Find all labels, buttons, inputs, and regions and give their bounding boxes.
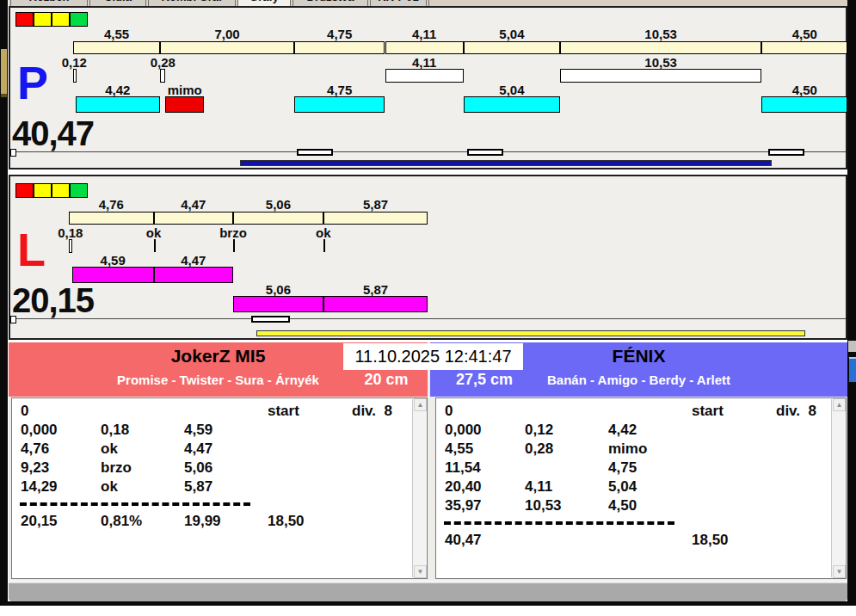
dog-run-bar <box>76 96 160 113</box>
run-time-label: 5,06 <box>239 283 317 296</box>
split-time-label: 4,55 <box>78 28 156 40</box>
result-cell: mimo <box>608 441 647 456</box>
app-window: RozběhČidlaKombi GrafGrafyDružstvaKK 7 0… <box>0 0 856 616</box>
split-segment-bar <box>73 41 160 54</box>
result-cell: 5,06 <box>184 460 212 475</box>
status-light <box>15 183 34 198</box>
desktop-sliver <box>848 341 856 352</box>
result-cell: 35,97 <box>445 498 482 513</box>
timeline-scrollbar-track[interactable] <box>10 318 846 319</box>
result-cell: 4,75 <box>608 460 637 475</box>
split-time-label: 4,75 <box>301 28 379 40</box>
lane-panel-L: 4,764,475,065,870,18okbrzook4,594,475,06… <box>9 175 847 340</box>
result-cell: 5,87 <box>184 479 212 494</box>
result-cell: 11,54 <box>445 460 481 475</box>
result-cell: 0,18 <box>101 422 129 437</box>
results-table-left: ▲ ▼ 0startdiv. 80,0000,184,594,76ok4,479… <box>11 397 428 579</box>
table-scrollbar[interactable] <box>831 399 845 577</box>
run-time-label: 4,59 <box>74 254 151 267</box>
split-segment-bar <box>233 212 323 225</box>
total-cell: 40,47 <box>445 533 482 547</box>
timeline-scrollbar-handle[interactable] <box>297 149 333 156</box>
result-cell: 4,11 <box>525 479 552 494</box>
titlebar-remainder <box>430 0 847 6</box>
scroll-down-icon[interactable]: ▼ <box>414 565 427 578</box>
left-edge-accent <box>1 49 7 97</box>
result-cell: 9,23 <box>21 460 49 475</box>
marker-label: brzo <box>194 226 272 239</box>
datetime-display: 11.10.2025 12:41:47 <box>343 343 523 370</box>
delay-marker <box>73 69 77 83</box>
result-cell: brzo <box>101 460 132 475</box>
timeline-scrollbar-handle[interactable] <box>768 149 804 156</box>
split-time-label: 5,04 <box>473 28 551 40</box>
split-segment-bar <box>323 212 428 225</box>
dog-run-bar <box>233 296 323 312</box>
marker-label: ok <box>115 226 193 239</box>
marker-label: 4,11 <box>385 56 463 69</box>
result-cell: div. 8 <box>352 403 392 418</box>
run-time-label: 4,75 <box>301 83 379 96</box>
window-bottom-border <box>0 601 856 606</box>
split-segment-bar <box>560 41 761 54</box>
status-light <box>52 12 70 27</box>
dog-run-bar <box>761 96 847 113</box>
tab-družstva[interactable]: Družstva <box>293 0 368 6</box>
right-edge-strip <box>847 0 856 605</box>
split-time-label: 10,53 <box>622 28 699 40</box>
scroll-up-icon[interactable]: ▲ <box>414 398 427 411</box>
bottom-scrollbar[interactable] <box>9 582 847 601</box>
split-segment-bar <box>761 41 847 54</box>
scroll-down-icon[interactable]: ▼ <box>833 565 846 578</box>
lane-progress-bar <box>240 160 772 166</box>
result-cell: div. 8 <box>776 403 816 418</box>
timeline-scrollbar-handle[interactable] <box>467 149 503 156</box>
total-cell: 20,15 <box>21 514 58 528</box>
lane-letter: P <box>17 59 48 106</box>
split-time-label: 4,47 <box>155 198 232 211</box>
marker-label: ok <box>285 226 362 239</box>
tab-grafy[interactable]: Grafy <box>237 0 291 6</box>
jump-height-left: 20 cm <box>343 371 429 389</box>
dog-run-bar <box>165 96 203 113</box>
tab-rozběh[interactable]: Rozběh <box>10 0 88 6</box>
scroll-up-icon[interactable]: ▲ <box>833 398 846 411</box>
tab-kombi-graf[interactable]: Kombi Graf <box>148 0 236 6</box>
split-segment-bar <box>294 41 385 54</box>
total-cell: 0,81% <box>101 514 142 528</box>
split-segment-bar <box>385 41 464 54</box>
dog-run-bar <box>294 96 385 113</box>
result-cell: 5,04 <box>608 479 637 494</box>
dog-run-bar <box>323 296 428 312</box>
lane-progress-bar <box>256 330 805 336</box>
result-cell: 0,000 <box>445 422 482 437</box>
status-light <box>70 12 88 27</box>
tab-kk-7-01[interactable]: KK 7 01 <box>370 0 427 6</box>
lane-total-time: 20,15 <box>12 283 94 317</box>
result-cell: 4,76 <box>21 441 49 456</box>
split-segment-bar <box>160 41 294 54</box>
result-cell: start <box>268 403 299 418</box>
split-segment-bar <box>154 212 234 225</box>
table-scrollbar[interactable] <box>412 399 426 577</box>
status-light <box>15 12 34 27</box>
track-left-notch <box>10 149 16 157</box>
result-cell: 10,53 <box>525 498 562 513</box>
result-cell: 0,12 <box>525 422 553 437</box>
timeline-scrollbar-handle[interactable] <box>251 316 290 323</box>
run-time-label: 4,42 <box>79 83 157 96</box>
timeline-scrollbar-track[interactable] <box>10 151 846 152</box>
total-cell: 18,50 <box>692 533 729 547</box>
result-cell: ok <box>101 479 118 494</box>
split-time-label: 5,06 <box>239 198 317 211</box>
change-tick <box>323 239 325 252</box>
status-light <box>70 183 88 198</box>
tab-čidla[interactable]: Čidla <box>89 0 146 6</box>
lane-total-time: 40,47 <box>12 116 94 151</box>
total-cell: 18,50 <box>268 514 305 528</box>
lane-letter: L <box>17 226 46 273</box>
change-tick <box>154 239 156 252</box>
split-time-label: 4,50 <box>766 28 843 40</box>
result-cell: 4,50 <box>608 498 637 513</box>
split-segment-bar <box>464 41 560 54</box>
